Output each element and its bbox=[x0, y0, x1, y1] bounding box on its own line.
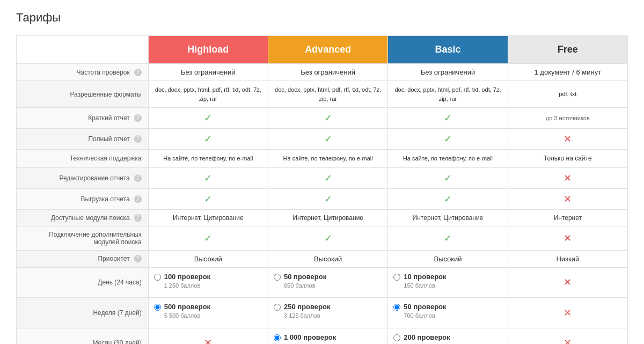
basic-month-checks: 200 проверок bbox=[404, 333, 450, 342]
row-frequency: Частота проверок ? Без ограничений Без о… bbox=[17, 64, 628, 81]
basic-week-checks: 50 проверок bbox=[404, 302, 446, 312]
advanced-day-checks: 50 проверок bbox=[284, 272, 326, 282]
help-export-report[interactable]: ? bbox=[134, 195, 142, 203]
advanced-day-option: 50 проверок 650 баллов bbox=[274, 272, 382, 290]
advanced-week-option: 250 проверок 3 125 баллов bbox=[274, 302, 382, 320]
free-formats: pdf, txt bbox=[508, 81, 627, 108]
help-priority[interactable]: ? bbox=[134, 255, 142, 262]
basic-day-radio[interactable] bbox=[393, 274, 400, 281]
help-short-report[interactable]: ? bbox=[134, 114, 142, 122]
label-extra-modules: Подключение дополнительных модулей поиск… bbox=[22, 231, 142, 246]
advanced-month-radio[interactable] bbox=[274, 334, 281, 341]
advanced-week-points: 3 125 баллов bbox=[284, 312, 330, 320]
row-day: День (24 часа) 100 проверок 1 250 баллов bbox=[17, 267, 628, 298]
row-short-report: Краткий отчет ? ✓ ✓ ✓ до 3 источников bbox=[17, 108, 628, 129]
row-search-modules: Доступные модули поиска ? Интернет, Цити… bbox=[17, 209, 628, 226]
free-short-report: до 3 источников bbox=[508, 108, 627, 129]
free-header: Free bbox=[508, 36, 627, 64]
label-edit-report: Редактирование отчета bbox=[59, 174, 129, 182]
highload-week-option: 500 проверок 5 500 баллов bbox=[154, 302, 262, 320]
row-priority: Приоритет ? Высокий Высокий Высокий Низк… bbox=[17, 250, 628, 267]
advanced-short-report: ✓ bbox=[324, 113, 332, 123]
row-edit-report: Редактирование отчета ? ✓ ✓ ✓ ✕ bbox=[17, 167, 628, 188]
row-formats: Разрешенные форматы doc, docx, pptx, htm… bbox=[17, 81, 628, 108]
basic-day-checks: 10 проверок bbox=[404, 272, 446, 282]
basic-week-radio[interactable] bbox=[393, 304, 400, 311]
free-month: ✕ bbox=[564, 338, 572, 344]
label-export-report: Выгрузка отчета bbox=[81, 195, 130, 203]
row-month: Месяц (30 дней) ✕ 1 000 проверок 11 500 … bbox=[17, 328, 628, 344]
row-week: Неделя (7 дней) 500 проверок 5 500 балло… bbox=[17, 298, 628, 328]
advanced-edit-report: ✓ bbox=[324, 173, 332, 184]
advanced-week-radio[interactable] bbox=[274, 304, 281, 311]
basic-edit-report: ✓ bbox=[444, 173, 452, 184]
basic-full-report: ✓ bbox=[444, 134, 452, 144]
basic-week-option: 50 проверок 700 баллов bbox=[393, 302, 502, 320]
free-frequency: 1 документ / 6 минут bbox=[508, 64, 627, 81]
basic-extra-modules: ✓ bbox=[444, 233, 452, 244]
highload-day-option: 100 проверок 1 250 баллов bbox=[154, 272, 262, 290]
label-short-report: Краткий отчет bbox=[88, 114, 130, 122]
help-edit-report[interactable]: ? bbox=[134, 174, 142, 182]
highload-day-radio[interactable] bbox=[154, 274, 161, 281]
highload-day-points: 1 250 баллов bbox=[164, 282, 210, 290]
highload-month: ✕ bbox=[204, 338, 212, 344]
free-full-report: ✕ bbox=[564, 134, 572, 144]
basic-support: На сайте, по телефону, по e-mail bbox=[388, 150, 508, 168]
advanced-support: На сайте, по телефону, по e-mail bbox=[268, 150, 387, 168]
advanced-header: Advanced bbox=[268, 36, 387, 64]
highload-week-points: 5 500 баллов bbox=[164, 312, 210, 320]
label-priority: Приоритет bbox=[98, 255, 129, 262]
advanced-week-checks: 250 проверок bbox=[284, 302, 330, 312]
free-extra-modules: ✕ bbox=[564, 233, 572, 244]
label-formats: Разрешенные форматы bbox=[70, 91, 141, 98]
advanced-priority: Высокий bbox=[268, 250, 387, 267]
basic-month-option: 200 проверок 2 600 баллов bbox=[393, 333, 502, 344]
page-title: Тарифы bbox=[16, 11, 628, 25]
advanced-month-option: 1 000 проверок 11 500 баллов bbox=[274, 333, 382, 344]
free-search-modules: Интернет bbox=[508, 209, 627, 226]
highload-edit-report: ✓ bbox=[204, 173, 212, 184]
help-full-report[interactable]: ? bbox=[134, 135, 142, 143]
label-search-modules: Доступные модули поиска bbox=[51, 214, 130, 222]
advanced-month-checks: 1 000 проверок bbox=[284, 333, 336, 342]
free-priority: Низкий bbox=[508, 250, 627, 267]
label-month: Месяц (30 дней) bbox=[92, 339, 141, 344]
basic-export-report: ✓ bbox=[444, 194, 452, 204]
basic-day-points: 150 баллов bbox=[404, 282, 446, 290]
free-export-report: ✕ bbox=[564, 194, 572, 204]
highload-formats: doc, docx, pptx, html, pdf, rtf, txt, od… bbox=[148, 81, 268, 108]
highload-short-report: ✓ bbox=[204, 113, 212, 123]
basic-header: Basic bbox=[388, 36, 508, 64]
highload-week-radio[interactable] bbox=[154, 304, 161, 311]
label-frequency: Частота проверок bbox=[76, 69, 129, 76]
help-search-modules[interactable]: ? bbox=[134, 214, 142, 222]
pricing-page: Тарифы Highload Advanced Basic Free Част… bbox=[0, 0, 644, 344]
highload-support: На сайте, по телефону, по e-mail bbox=[148, 150, 268, 168]
row-support: Техническая поддержка На сайте, по телеф… bbox=[17, 150, 628, 168]
free-support: Только на сайте bbox=[508, 150, 627, 168]
basic-search-modules: Интернет, Цитирование bbox=[388, 209, 508, 226]
basic-day-option: 10 проверок 150 баллов bbox=[393, 272, 502, 290]
basic-formats: doc, docx, pptx, html, pdf, rtf, txt, od… bbox=[388, 81, 508, 108]
advanced-frequency: Без ограничений bbox=[268, 64, 387, 81]
free-day: ✕ bbox=[564, 277, 572, 288]
advanced-search-modules: Интернет, Цитирование bbox=[268, 209, 387, 226]
highload-frequency: Без ограничений bbox=[148, 64, 268, 81]
pricing-table: Highload Advanced Basic Free Частота про… bbox=[16, 35, 628, 344]
advanced-full-report: ✓ bbox=[324, 134, 332, 144]
highload-export-report: ✓ bbox=[204, 194, 212, 204]
free-week: ✕ bbox=[564, 308, 572, 318]
highload-full-report: ✓ bbox=[204, 134, 212, 144]
advanced-day-radio[interactable] bbox=[274, 274, 281, 281]
highload-day-checks: 100 проверок bbox=[164, 272, 210, 282]
row-export-report: Выгрузка отчета ? ✓ ✓ ✓ ✕ bbox=[17, 188, 628, 209]
basic-month-radio[interactable] bbox=[393, 334, 400, 341]
basic-frequency: Без ограничений bbox=[388, 64, 508, 81]
help-frequency[interactable]: ? bbox=[134, 69, 142, 76]
highload-extra-modules: ✓ bbox=[204, 233, 212, 244]
label-week: Неделя (7 дней) bbox=[93, 309, 141, 317]
highload-header: Highload bbox=[148, 36, 268, 64]
basic-priority: Высокий bbox=[388, 250, 508, 267]
label-support: Техническая поддержка bbox=[70, 155, 142, 162]
